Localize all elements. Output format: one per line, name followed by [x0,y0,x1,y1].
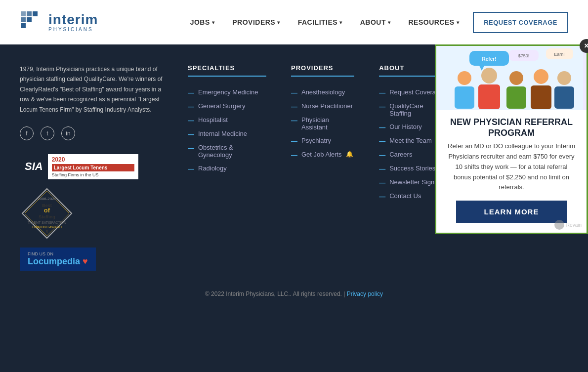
footer: © 2022 Interim Physicians, LLC.. All rig… [0,281,588,302]
referral-popup: × Refer! $750! [435,44,588,234]
svg-text:of: of [44,207,50,214]
list-item[interactable]: —Physician Assistant [291,113,354,134]
best-staffing-badge: 2006-2022 Best of Staffing TALENT SATISF… [20,186,74,241]
svg-rect-33 [554,86,574,109]
revain-text: Revain [566,222,582,228]
list-item[interactable]: —Radiology [188,162,266,175]
header: interim PHYSICIANS JOBS ▾ PROVIDERS ▾ FA… [0,0,588,44]
main-nav: JOBS ▾ PROVIDERS ▾ FACILITIES ▾ ABOUT ▾ … [186,12,568,33]
list-item[interactable]: —Nurse Practitioner [291,99,354,113]
best-staffing-icon: 2006-2022 Best of Staffing TALENT SATISF… [20,186,74,241]
logo-main: interim [48,13,98,27]
svg-point-32 [557,71,571,85]
list-item[interactable]: —Obstetrics & Gynecology [188,141,266,162]
svg-text:$750!: $750! [518,53,530,58]
nav-providers[interactable]: PROVIDERS ▾ [228,16,284,29]
svg-text:Earn!: Earn! [554,52,565,57]
nav-facilities[interactable]: FACILITIES ▾ [294,16,346,29]
logo-text: interim PHYSICIANS [48,13,98,32]
social-icons: f t in [20,126,168,140]
providers-menu: PROVIDERS —Anesthesiology —Nurse Practit… [291,64,354,271]
footer-text: © 2022 Interim Physicians, LLC.. All rig… [205,290,345,297]
svg-rect-31 [531,85,551,109]
company-description: 1979, Interim Physicians practices a uni… [20,64,168,115]
privacy-policy-link[interactable]: Privacy policy [347,290,383,297]
revain-icon [554,220,564,230]
get-job-alerts-item[interactable]: —Get Job Alerts 🔔 [291,148,354,162]
linkedin-icon[interactable]: in [61,126,75,140]
popup-body: Refer an MD or DO colleague to your Inte… [446,141,577,193]
svg-point-30 [534,69,548,84]
svg-rect-1 [27,11,32,16]
twitter-icon[interactable]: t [41,126,54,140]
specialties-header: SPECIALTIES [188,64,266,77]
specialties-list: —Emergency Medicine —General Surgery —Ho… [188,85,266,175]
chevron-down-icon: ▾ [339,20,342,25]
doctors-illustration: Refer! $750! Earn! [440,46,583,110]
svg-rect-25 [455,86,474,109]
providers-list: —Anesthesiology —Nurse Practitioner —Phy… [291,85,354,162]
revain-badge: Revain [554,220,582,230]
list-item[interactable]: —Anesthesiology [291,85,354,99]
sia-info: 2020 Largest Locum Tenens Staffing Firms… [48,154,138,179]
svg-rect-29 [506,86,526,109]
chevron-down-icon: ▾ [212,20,215,25]
list-item[interactable]: —Internal Medicine [188,127,266,141]
chevron-down-icon: ▾ [277,20,280,25]
svg-point-24 [458,71,471,85]
svg-text:Refer!: Refer! [482,56,497,62]
learn-more-button[interactable]: LEARN MORE [456,201,567,223]
chevron-down-icon: ▾ [457,20,460,25]
specialties-menu: SPECIALTIES —Emergency Medicine —General… [188,64,266,271]
find-on-label: FIND US ON Locumpedia ♥ [28,251,88,267]
nav-jobs[interactable]: JOBS ▾ [186,16,219,29]
svg-rect-2 [33,11,38,16]
svg-text:Staffing: Staffing [39,214,55,219]
svg-text:2006-2022: 2006-2022 [38,197,57,201]
svg-rect-27 [478,84,500,109]
chevron-down-icon: ▾ [388,20,391,25]
providers-header: PROVIDERS [291,64,354,77]
svg-point-26 [481,68,497,83]
svg-text:5: 5 [45,229,48,234]
sia-badge: SIA 2020 Largest Locum Tenens Staffing F… [20,154,138,179]
bell-icon: 🔔 [346,151,353,158]
svg-text:TALENT SATISFACTION: TALENT SATISFACTION [28,221,66,224]
list-item[interactable]: —Hospitalist [188,113,266,127]
request-coverage-button[interactable]: REQUEST COVERAGE [473,12,568,33]
sia-title: Largest Locum Tenens [52,164,134,171]
svg-rect-5 [21,23,26,28]
list-item[interactable]: —General Surgery [188,99,266,113]
svg-rect-4 [27,17,32,22]
svg-point-28 [509,71,523,85]
list-item[interactable]: —Psychiatry [291,134,354,148]
svg-rect-0 [21,11,26,16]
nav-resources[interactable]: RESOURCES ▾ [404,16,463,29]
svg-text:DIAMOND AWARD: DIAMOND AWARD [32,225,62,229]
facebook-icon[interactable]: f [20,126,34,140]
locumpedia-badge[interactable]: FIND US ON Locumpedia ♥ [20,248,96,271]
sia-label: SIA [20,154,48,179]
sia-subtitle: Staffing Firms in the US [52,172,134,177]
list-item[interactable]: —Emergency Medicine [188,85,266,99]
popup-title: NEW PHYSICIAN REFERRAL PROGRAM [444,117,579,138]
popup-image: Refer! $750! Earn! [436,46,587,110]
logo-sub: PHYSICIANS [48,27,98,32]
logo-icon [20,10,43,34]
nav-about[interactable]: ABOUT ▾ [356,16,395,29]
logo[interactable]: interim PHYSICIANS [20,10,98,34]
svg-rect-3 [21,17,26,22]
left-column: 1979, Interim Physicians practices a uni… [20,64,168,271]
